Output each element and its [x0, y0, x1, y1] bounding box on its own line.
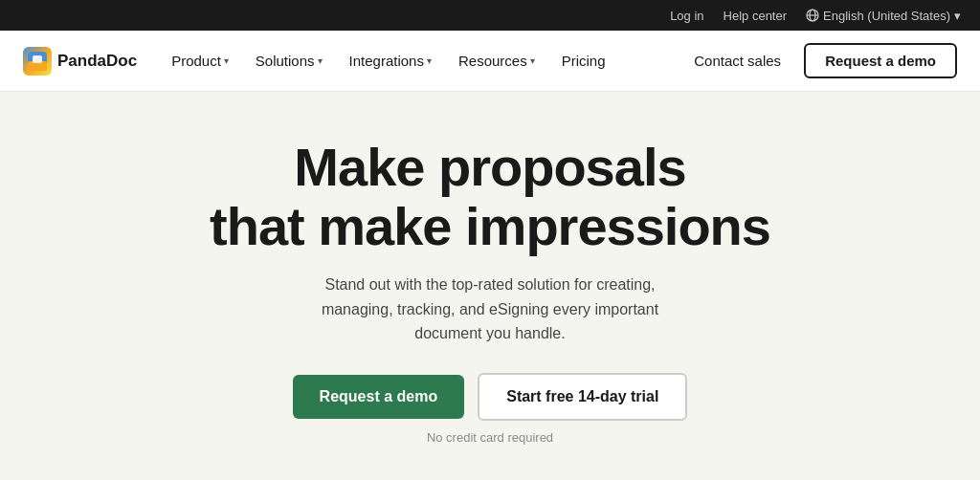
- nav-integrations[interactable]: Integrations ▾: [338, 45, 443, 76]
- product-chevron: ▾: [224, 55, 229, 66]
- logo-icon: [23, 47, 52, 76]
- nav-resources[interactable]: Resources ▾: [447, 45, 546, 76]
- hero-title: Make proposals that make impressions: [210, 138, 770, 255]
- nav-links: Product ▾ Solutions ▾ Integrations ▾ Res…: [160, 45, 682, 76]
- no-credit-text: No credit card required: [427, 430, 553, 445]
- nav-solutions[interactable]: Solutions ▾: [244, 45, 334, 76]
- nav-product[interactable]: Product ▾: [160, 45, 240, 76]
- hero-subtitle: Stand out with the top-rated solution fo…: [289, 273, 691, 346]
- contact-sales-link[interactable]: Contact sales: [682, 45, 792, 76]
- integrations-chevron: ▾: [427, 55, 432, 66]
- nav-pricing[interactable]: Pricing: [550, 45, 617, 76]
- help-center-link[interactable]: Help center: [724, 9, 787, 23]
- globe-icon: [806, 9, 819, 22]
- solutions-chevron: ▾: [318, 55, 323, 66]
- request-demo-nav-button[interactable]: Request a demo: [804, 43, 957, 78]
- hero-trial-button[interactable]: Start free 14-day trial: [478, 373, 687, 421]
- svg-rect-5: [33, 55, 42, 63]
- language-chevron: ▾: [954, 9, 961, 23]
- hero-section: Make proposals that make impressions Sta…: [0, 92, 980, 480]
- hero-request-demo-button[interactable]: Request a demo: [293, 375, 465, 419]
- language-label: English (United States): [823, 9, 950, 23]
- navbar: PandaDoc Product ▾ Solutions ▾ Integrati…: [0, 31, 980, 92]
- language-selector[interactable]: English (United States) ▾: [806, 9, 961, 23]
- logo-link[interactable]: PandaDoc: [23, 47, 137, 76]
- nav-right: Contact sales Request a demo: [682, 43, 957, 78]
- logo-text: PandaDoc: [57, 52, 137, 71]
- utility-bar: Log in Help center English (United State…: [0, 0, 980, 31]
- hero-buttons: Request a demo Start free 14-day trial: [293, 373, 688, 421]
- login-link[interactable]: Log in: [670, 9, 703, 23]
- resources-chevron: ▾: [530, 55, 535, 66]
